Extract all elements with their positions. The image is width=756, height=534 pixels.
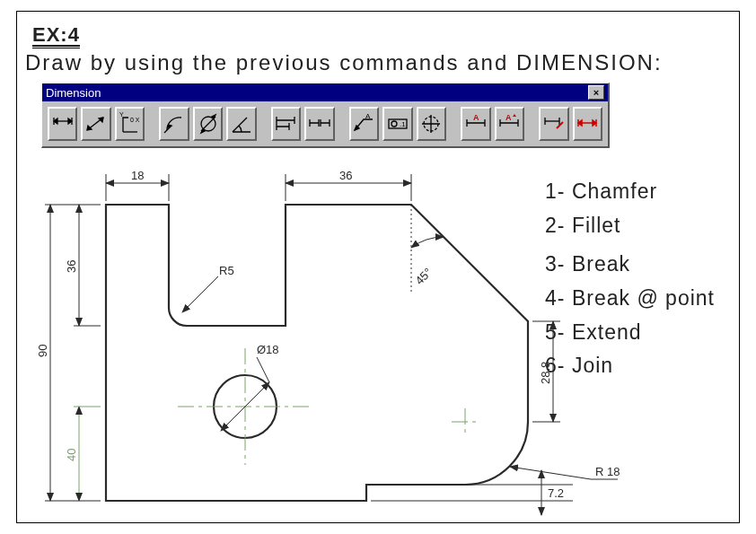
dim-tedit-icon[interactable]: A (495, 107, 524, 141)
svg-text:A: A (505, 113, 512, 122)
dim-r5: R5 (219, 264, 234, 277)
instruction-text: Draw by using the previous commands and … (25, 50, 663, 75)
exercise-tag: EX:4 (32, 23, 80, 48)
dim-angular-icon[interactable] (226, 107, 256, 141)
dim-36v: 36 (65, 260, 78, 273)
dimension-toolbar: Dimension × 0 XY A .1 A A (41, 83, 610, 148)
dim-40: 40 (65, 449, 78, 461)
toolbar-buttons: 0 XY A .1 A A (42, 101, 608, 146)
svg-line-17 (182, 276, 218, 312)
technical-drawing: Ø18 R5 45° 18 36 90 36 40 28.8 R 18 7.2 (43, 169, 600, 510)
dim-90: 90 (36, 345, 49, 357)
dim-288: 28.8 (539, 362, 552, 384)
dim-style-icon[interactable] (539, 107, 568, 141)
svg-text:.1: .1 (400, 120, 406, 128)
dim-baseline-icon[interactable] (271, 107, 301, 141)
exercise-tag-text: EX:4 (32, 23, 80, 46)
dim-radius-icon[interactable] (159, 107, 189, 141)
dim-aligned-icon[interactable] (81, 107, 110, 141)
toolbar-titlebar: Dimension × (42, 83, 608, 101)
dim-tolerance-icon[interactable]: .1 (382, 107, 412, 141)
dim-leader-icon[interactable]: A (349, 107, 379, 141)
dim-edit-icon[interactable]: A (461, 107, 490, 141)
dim-update-icon[interactable] (573, 107, 602, 141)
dim-72: 7.2 (548, 486, 564, 500)
toolbar-title: Dimension (46, 86, 588, 100)
dim-angle: 45° (413, 266, 435, 288)
dim-r18: R 18 (595, 465, 620, 478)
dim-continue-icon[interactable] (304, 107, 334, 141)
svg-text:A: A (473, 113, 479, 122)
svg-line-35 (510, 467, 591, 479)
dim-linear-icon[interactable] (48, 107, 77, 141)
dim-center-icon[interactable] (417, 107, 446, 141)
dim-ordinate-icon[interactable]: 0 XY (115, 107, 145, 141)
svg-text:Y: Y (119, 112, 124, 118)
dim-diameter-icon[interactable] (193, 107, 223, 141)
svg-text:0 X: 0 X (130, 117, 140, 123)
svg-text:A: A (365, 112, 371, 120)
dim-diameter: Ø18 (257, 343, 279, 356)
svg-point-5 (391, 121, 397, 127)
close-icon[interactable]: × (588, 85, 604, 100)
dim-18: 18 (131, 169, 144, 182)
dim-36: 36 (339, 169, 352, 182)
